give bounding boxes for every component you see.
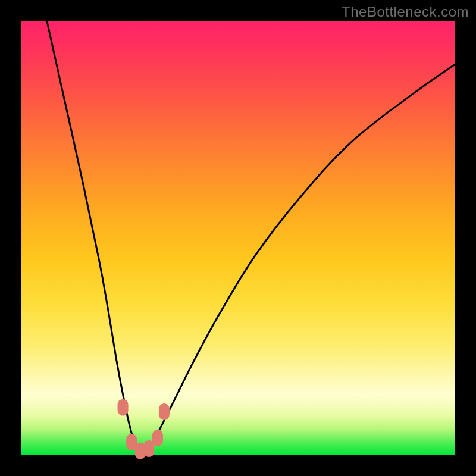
curve-right-branch (142, 64, 455, 455)
curve-layer (21, 21, 455, 455)
plot-area (21, 21, 455, 455)
bottleneck-curve (47, 21, 455, 455)
curve-left-branch (47, 21, 143, 455)
marker-point (118, 399, 129, 416)
curve-markers (118, 399, 170, 459)
marker-point (159, 403, 170, 420)
chart-frame: TheBottleneck.com (0, 0, 476, 476)
marker-point (152, 430, 163, 446)
watermark-text: TheBottleneck.com (342, 4, 469, 20)
